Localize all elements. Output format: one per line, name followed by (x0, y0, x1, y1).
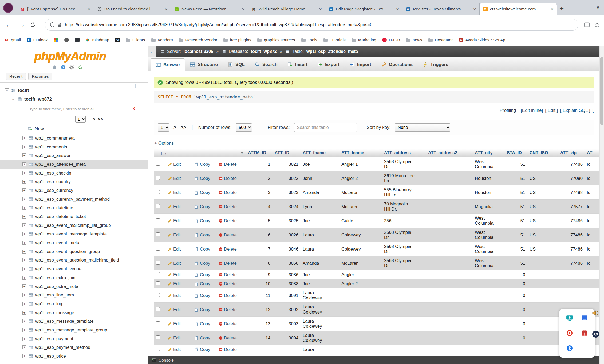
tab-close-button[interactable]: × (165, 7, 168, 12)
tree-page-select[interactable]: 1 (75, 116, 86, 123)
expand-icon[interactable]: + (22, 241, 26, 245)
last-page-link[interactable]: >> (181, 125, 186, 130)
console-label[interactable]: Console (159, 358, 174, 363)
copy-link[interactable]: Copy (192, 157, 216, 171)
breadcrumb-db-value[interactable]: tocift_wp872 (251, 49, 277, 54)
tab-insert[interactable]: Insert (283, 58, 313, 71)
new-tab-button[interactable]: + (559, 5, 564, 12)
sidebar-table-item[interactable]: +wp1l_esp_attendee_meta (0, 160, 148, 169)
expand-icon[interactable]: + (22, 136, 26, 140)
sidebar-table-item[interactable]: +wp1l_esp_event_question_mailchimp_field (0, 256, 148, 265)
delete-link[interactable]: Delete (216, 345, 246, 354)
console-bar[interactable]: Console (148, 356, 599, 364)
expand-icon[interactable]: + (22, 206, 26, 210)
next-page-link[interactable]: > (173, 125, 176, 130)
delete-link[interactable]: Delete (216, 288, 246, 303)
tab-search[interactable]: Search (250, 58, 283, 71)
column-header[interactable]: ATT_fname (301, 149, 339, 157)
settings-gear-icon[interactable] (69, 65, 74, 70)
new-table-label[interactable]: New (35, 126, 44, 132)
row-checkbox[interactable] (156, 321, 160, 325)
sidebar-table-item[interactable]: +wp1l_esp_payment (0, 334, 148, 343)
breadcrumb-server-value[interactable]: localhost:3306 (184, 49, 213, 54)
copy-link[interactable]: Copy (192, 214, 216, 228)
tab-import[interactable]: Import (345, 58, 376, 71)
edit-link[interactable]: Edit (166, 214, 192, 228)
column-header[interactable]: CNT_ISO (527, 149, 558, 157)
row-checkbox[interactable] (156, 204, 160, 208)
browser-tab[interactable]: nNews Feed — Nextdoor× (171, 3, 248, 15)
bookmark-item[interactable]: Mgmail (4, 38, 21, 42)
column-header[interactable]: ATT_address (382, 149, 426, 157)
row-checkbox[interactable] (156, 272, 160, 276)
delete-link[interactable]: Delete (216, 256, 246, 270)
expand-icon[interactable]: + (22, 232, 26, 236)
address-bar[interactable]: https://cts.websitewelcome.com:2083/cpse… (45, 19, 578, 31)
expand-icon[interactable]: + (22, 328, 26, 332)
sidebar-table-item[interactable]: +wp1l_esp_country (0, 177, 148, 186)
bookmark-item[interactable] (75, 38, 80, 42)
browser-tab[interactable]: Do I need to clear timed l× (94, 3, 171, 15)
bookmark-item[interactable]: HH-E-B (382, 38, 400, 42)
sidebar-table-item[interactable]: +wp1l_esp_message_template (0, 317, 148, 326)
row-checkbox[interactable] (156, 190, 160, 194)
edit-link[interactable]: Edit (166, 185, 192, 200)
page-number-select[interactable]: 1 (158, 123, 169, 132)
row-checkbox[interactable] (156, 307, 160, 311)
expand-icon[interactable]: + (22, 276, 26, 280)
expand-icon[interactable]: + (22, 284, 26, 288)
expand-icon[interactable]: + (22, 180, 26, 184)
delete-link[interactable]: Delete (216, 200, 246, 214)
tab-operations[interactable]: Operations (376, 58, 418, 71)
sidebar-table-item[interactable]: +wp1l_esp_datetime (0, 204, 148, 212)
help-icon[interactable]: ? (61, 65, 66, 70)
row-checkbox[interactable] (156, 347, 160, 351)
copy-link[interactable]: Copy (192, 331, 216, 345)
column-header[interactable]: ATTM_ID (246, 149, 273, 157)
sidebar-table-item[interactable]: +wp1l_esp_payment_method (0, 343, 148, 352)
sidebar-table-item[interactable]: +wp1l_esp_event_question_group (0, 247, 148, 256)
filter-rows-input[interactable] (294, 123, 357, 132)
phpmyadmin-logo[interactable]: phpMyAdmin (34, 49, 148, 63)
record-icon[interactable] (566, 330, 573, 336)
favorite-tables-button[interactable]: Favorites (28, 73, 52, 80)
delete-link[interactable]: Delete (216, 171, 246, 185)
delete-link[interactable]: Delete (216, 185, 246, 200)
profiling-checkbox[interactable] (494, 109, 497, 112)
sidebar-table-item[interactable]: +wp1l_esp_currency_payment_method (0, 195, 148, 204)
query-link[interactable]: [ Explain SQL ] (560, 108, 590, 113)
sidebar-table-item[interactable]: +wp1l_esp_line_item (0, 291, 148, 299)
tab-close-button[interactable]: × (396, 7, 399, 12)
bookmark-item[interactable]: Vendors (151, 38, 173, 42)
copy-link[interactable]: Copy (192, 242, 216, 256)
speaker-icon[interactable] (592, 310, 599, 316)
bookmark-item[interactable] (64, 38, 69, 42)
expand-icon[interactable]: + (22, 258, 26, 262)
favorite-star-icon[interactable] (594, 22, 600, 27)
copy-link[interactable]: Copy (192, 288, 216, 303)
browser-tab[interactable]: M[Event Espresso] Do I nee× (17, 3, 94, 15)
row-checkbox[interactable] (156, 335, 160, 339)
delete-link[interactable]: Delete (216, 242, 246, 256)
breadcrumb-table-value[interactable]: wp1l_esp_attendee_meta (306, 49, 358, 54)
bookmark-item[interactable]: AAvada Slides ‹ Set Ap... (459, 38, 509, 42)
column-header[interactable]: ATT_city (473, 149, 505, 157)
edit-link[interactable]: Edit (166, 228, 192, 242)
tab-close-button[interactable]: × (242, 7, 245, 12)
bookmark-item[interactable]: mindmap (85, 38, 109, 42)
copy-link[interactable]: Copy (192, 200, 216, 214)
copy-link[interactable]: Copy (192, 303, 216, 317)
bookmark-item[interactable]: Research Vendor (179, 38, 218, 42)
edit-link[interactable]: Edit (166, 270, 192, 279)
row-checkbox[interactable] (156, 293, 160, 297)
recent-tables-button[interactable]: Recent (6, 73, 26, 80)
expand-icon[interactable]: + (22, 354, 26, 358)
edit-link[interactable]: Edit (166, 242, 192, 256)
screen-share-icon[interactable] (566, 315, 573, 321)
delete-link[interactable]: Delete (216, 303, 246, 317)
row-checkbox[interactable] (156, 247, 160, 251)
collapse-icon[interactable]: − (5, 88, 9, 92)
tab-close-button[interactable]: × (473, 7, 476, 12)
tab-browse[interactable]: Browse (151, 58, 185, 71)
browser-tab[interactable]: Mcts.websitewelcome.com× (480, 3, 557, 15)
